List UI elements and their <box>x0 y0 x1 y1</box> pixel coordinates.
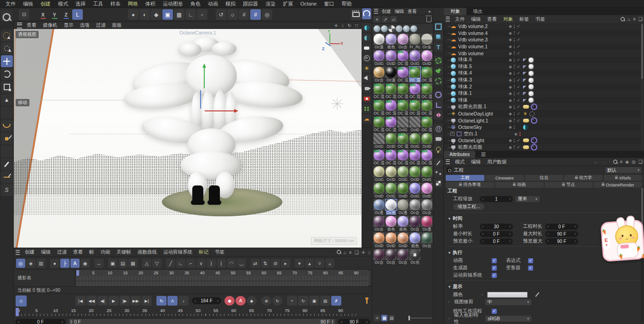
material-thumbnail[interactable]: MIX <box>421 100 432 111</box>
object-row[interactable]: + ☁ Vdb volume.4 ◆ ✓ ◤ ☀ <box>444 30 641 37</box>
light-tag-icon[interactable] <box>523 139 529 142</box>
checkbox-checked[interactable]: ✓ <box>528 266 533 271</box>
object-name[interactable]: 球体.3 <box>458 77 508 83</box>
record-button[interactable]: ◆ <box>247 296 257 306</box>
object-menu-item[interactable]: 文件 <box>452 16 468 23</box>
move-gizmo[interactable] <box>196 64 251 123</box>
material-thumbnail[interactable]: MIX <box>374 216 385 227</box>
menu-item[interactable]: 角色 <box>187 0 204 7</box>
edit-mode-button[interactable]: ▣ <box>162 9 173 20</box>
material-item[interactable]: MIX Oc合 <box>409 199 421 215</box>
layer-icon[interactable]: ◆ <box>509 91 512 96</box>
timeline-menu-item[interactable]: 帧 <box>86 249 98 255</box>
viewport-menu-item[interactable]: 选项 <box>77 22 93 29</box>
material-item[interactable]: MIX OC 混 <box>385 83 397 99</box>
target-tag-icon[interactable] <box>531 104 537 110</box>
octane-scatter-button[interactable] <box>362 104 371 113</box>
target-tag-icon[interactable] <box>531 144 537 150</box>
material-thumbnail[interactable]: MIX <box>409 150 420 161</box>
enable-check-icon[interactable]: ✓ <box>517 71 520 75</box>
material-item[interactable]: MIX Oc透 <box>373 199 385 215</box>
edit-material-button[interactable]: ▱ <box>390 16 397 23</box>
axis-lock-button[interactable]: Y <box>49 9 60 20</box>
octane-targetlight-button[interactable] <box>362 53 371 63</box>
material-thumbnail[interactable]: MIX <box>385 100 397 111</box>
scale-project-button[interactable]: 缩放工程... <box>453 203 484 210</box>
search-icon[interactable] <box>613 160 618 164</box>
layer-icon[interactable]: ◆ <box>514 132 518 136</box>
layer-icon[interactable]: ◆ <box>509 44 512 49</box>
material-thumbnail[interactable]: MIX <box>421 199 432 210</box>
enable-check-icon[interactable]: ✓ <box>517 78 520 82</box>
attribute-category-tab[interactable]: Cineware <box>485 175 524 181</box>
filter-icon[interactable]: ≡ <box>349 250 352 255</box>
loop-mode-button[interactable]: ↻ <box>156 296 167 306</box>
camera-object-button[interactable] <box>434 134 443 144</box>
menu-item[interactable]: 渲染 <box>262 0 279 7</box>
visibility-dots[interactable] <box>519 132 521 136</box>
add-material-button[interactable]: + <box>374 16 380 23</box>
material-thumbnail[interactable]: MIX <box>421 183 432 194</box>
layer-icon[interactable]: ◆ <box>509 78 512 82</box>
octane-spotlight-button[interactable] <box>362 74 371 83</box>
layer-icon[interactable]: ◆ <box>509 111 512 116</box>
material-thumbnail[interactable]: MIX <box>385 249 397 260</box>
spline-primitive-button[interactable] <box>434 22 443 31</box>
grid-view-button[interactable]: ▦ <box>381 315 388 321</box>
material-item[interactable]: MIX Oc合 <box>397 249 409 265</box>
material-item[interactable]: MIX OctD <box>397 183 409 198</box>
visibility-dots[interactable] <box>514 52 515 55</box>
object-name[interactable]: OctaneSky <box>458 124 508 130</box>
transport-button[interactable]: ◀| <box>98 296 108 306</box>
material-thumbnail[interactable]: MIX <box>421 216 432 227</box>
material-item[interactable]: MIX OctG <box>409 183 421 198</box>
material-item[interactable]: MIX OC 混 <box>397 67 409 82</box>
more-arrow-icon[interactable]: ▸ <box>429 9 433 14</box>
menu-item[interactable]: 创建 <box>37 0 54 7</box>
load-material-button[interactable]: ↗ <box>382 16 389 23</box>
viewport-menu-item[interactable]: 过滤 <box>93 22 109 29</box>
material-thumbnail[interactable]: MIX <box>421 50 432 61</box>
phong-tag-icon[interactable]: ◤ <box>523 78 526 82</box>
material-item[interactable]: MIX OctG <box>397 116 409 132</box>
material-thumbnail[interactable]: MIX <box>409 116 420 127</box>
layer-icon[interactable]: ◆ <box>509 118 512 123</box>
transport-button[interactable]: ▶ <box>109 296 119 306</box>
spline-field-button[interactable] <box>434 100 443 110</box>
edit-mode-button[interactable]: ▩ <box>174 9 184 20</box>
menu-item[interactable]: 窗口 <box>320 0 338 7</box>
material-thumbnail[interactable]: MIX <box>409 183 420 194</box>
checkbox-checked[interactable]: ✓ <box>492 309 497 314</box>
enable-check-icon[interactable]: ✓ <box>517 104 520 109</box>
filter-icon[interactable]: ≡ <box>633 17 636 22</box>
timeline-tool-button[interactable]: ∨ <box>196 259 206 268</box>
material-thumbnail[interactable]: MIX <box>397 249 408 260</box>
material-thumbnail[interactable]: MIX <box>421 34 432 45</box>
preset-dropdown[interactable]: 默认▾ <box>605 167 641 173</box>
enable-check-icon[interactable]: ✓ <box>517 98 520 103</box>
material-thumbnail[interactable]: MIX <box>385 216 397 227</box>
pan-icon[interactable]: ✛ <box>362 250 365 255</box>
snap-button[interactable]: # <box>250 9 261 20</box>
menu-item[interactable]: 选择 <box>72 0 89 7</box>
octane-sky-button[interactable] <box>362 23 371 32</box>
visibility-dots[interactable] <box>514 92 515 95</box>
material-item[interactable]: MIX OC 混 <box>421 100 433 116</box>
material-item[interactable]: MIX OC 混 <box>409 100 421 116</box>
timeline-tool-button[interactable]: ╱ <box>166 259 175 268</box>
phong-tag-icon[interactable]: ◤ <box>523 71 526 75</box>
preset-blend-icon[interactable] <box>396 25 402 32</box>
timeline-tool-button[interactable]: ▸ <box>281 259 290 268</box>
preset-checker-icon[interactable] <box>388 25 395 32</box>
menu-item[interactable]: 跟踪器 <box>239 0 262 7</box>
popout-icon[interactable]: ❏ <box>355 250 359 255</box>
object-row[interactable]: + ☀ OctaneDayLight ◆ ✓ ◤ ☀ <box>444 110 641 117</box>
layer-icon[interactable]: ◆ <box>509 64 512 69</box>
enable-check-icon[interactable]: ✓ <box>517 51 520 56</box>
attribute-menu-item[interactable]: 编辑 <box>468 159 484 165</box>
material-item[interactable]: MIX 底色 <box>385 34 397 49</box>
keying-option-button[interactable]: + <box>287 296 297 306</box>
visibility-dots[interactable] <box>514 38 515 41</box>
timeline-tool-button[interactable]: ⌐ <box>186 259 196 268</box>
object-row[interactable]: + ⊕ OctaneSky ◆ ✓ ◤ ☀ <box>444 124 641 131</box>
